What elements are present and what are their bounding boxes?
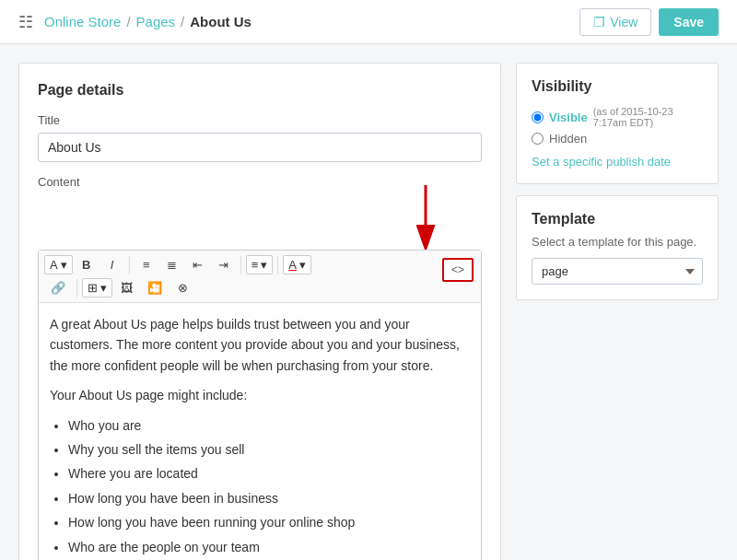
video-button[interactable]: 🎦 [141,277,169,298]
breadcrumb-pages[interactable]: Pages [136,14,176,29]
main-content: Page details Title Content [0,44,737,560]
outdent-button[interactable]: ⇤ [186,254,210,275]
visibility-title: Visibility [532,78,703,95]
link-button[interactable]: 🔗 [44,277,72,298]
unordered-list-button[interactable]: ≡ [135,254,158,275]
list-item: Who you are [68,415,470,436]
table-dropdown[interactable]: ⊞ ▾ [82,278,112,298]
top-bar: ☷ Online Store / Pages / About Us ❐ View… [0,0,737,44]
list-item: Who are the people on your team [68,537,470,557]
font-chevron: ▾ [61,258,67,272]
ordered-list-button[interactable]: ≣ [160,254,184,275]
toolbar-sep-3 [277,256,278,274]
color-label: A [288,258,297,272]
set-date-link[interactable]: Set a specific publish date [532,155,703,169]
breadcrumb: ☷ Online Store / Pages / About Us [18,12,252,32]
template-description: Select a template for this page. [532,235,703,249]
body-para2: Your About Us page might include: [50,385,470,405]
table-chevron: ▾ [100,281,107,295]
right-panel: Visibility Visible (as of 2015-10-23 7:1… [516,63,719,560]
indent-button[interactable]: ⇥ [212,254,236,275]
body-list: Who you are Why you sell the items you s… [68,415,470,560]
breadcrumb-sep2: / [181,14,184,29]
hidden-label: Hidden [549,132,587,146]
toolbar-row-1: A ▾ B I ≡ ≣ ⇤ ⇥ ≡ ▾ [44,254,475,275]
toolbar-row-2: 🔗 ⊞ ▾ 🖼 🎦 ⊗ [44,277,475,298]
toolbar-sep-2 [240,256,241,274]
breadcrumb-online-store[interactable]: Online Store [44,14,121,29]
editor-container: A ▾ B I ≡ ≣ ⇤ ⇥ ≡ ▾ [38,194,482,560]
hidden-radio[interactable] [532,133,544,145]
top-actions: ❐ View Save [579,8,719,36]
list-item: Where you are located [68,463,470,484]
editor-body: A great About Us page helps builds trust… [39,303,481,560]
align-chevron: ▾ [261,258,267,272]
visible-radio[interactable] [532,111,544,123]
list-item: How long you have been in business [68,488,470,508]
body-para1: A great About Us page helps builds trust… [50,314,470,376]
align-dropdown[interactable]: ≡ ▾ [246,255,274,274]
title-label: Title [38,113,482,127]
visible-option[interactable]: Visible (as of 2015-10-23 7:17am EDT) [532,106,703,128]
align-icon: ≡ [252,258,259,272]
color-chevron: ▾ [299,258,306,272]
visible-label: Visible [549,111,588,124]
view-icon: ❐ [593,15,605,29]
toolbar: A ▾ B I ≡ ≣ ⇤ ⇥ ≡ ▾ [39,251,481,303]
toolbar-sep-4 [76,279,77,298]
save-button[interactable]: Save [659,8,719,36]
template-card: Template Select a template for this page… [516,195,719,300]
code-view-button[interactable]: <> [442,258,474,282]
list-item: How long you have been running your onli… [68,512,470,532]
visible-note: (as of 2015-10-23 7:17am EDT) [593,106,703,128]
bold-button[interactable]: B [75,254,99,275]
font-label: A [50,258,58,272]
arrow-indicator [38,194,482,250]
table-icon: ⊞ [88,281,98,295]
visibility-card: Visibility Visible (as of 2015-10-23 7:1… [516,63,719,184]
left-panel: Page details Title Content [18,63,501,560]
editor-wrapper: A ▾ B I ≡ ≣ ⇤ ⇥ ≡ ▾ [38,250,482,560]
toolbar-sep-1 [129,256,130,274]
clear-button[interactable]: ⊗ [170,277,194,298]
radio-group: Visible (as of 2015-10-23 7:17am EDT) Hi… [532,106,703,146]
hidden-option[interactable]: Hidden [532,132,703,146]
breadcrumb-current: About Us [190,14,252,29]
view-label: View [610,15,638,29]
view-button[interactable]: ❐ View [579,8,651,36]
red-arrow-svg [412,185,439,250]
image-button[interactable]: 🖼 [114,277,139,298]
color-dropdown[interactable]: A ▾ [283,255,311,274]
title-input[interactable] [38,133,482,162]
page-details-title: Page details [38,82,482,99]
template-title: Template [532,211,703,228]
font-dropdown[interactable]: A ▾ [44,255,73,274]
italic-button[interactable]: I [100,254,124,275]
breadcrumb-sep1: / [126,14,130,29]
template-select[interactable]: page [532,258,703,285]
page-icon: ☷ [18,12,33,32]
list-item: Why you sell the items you sell [68,439,470,460]
